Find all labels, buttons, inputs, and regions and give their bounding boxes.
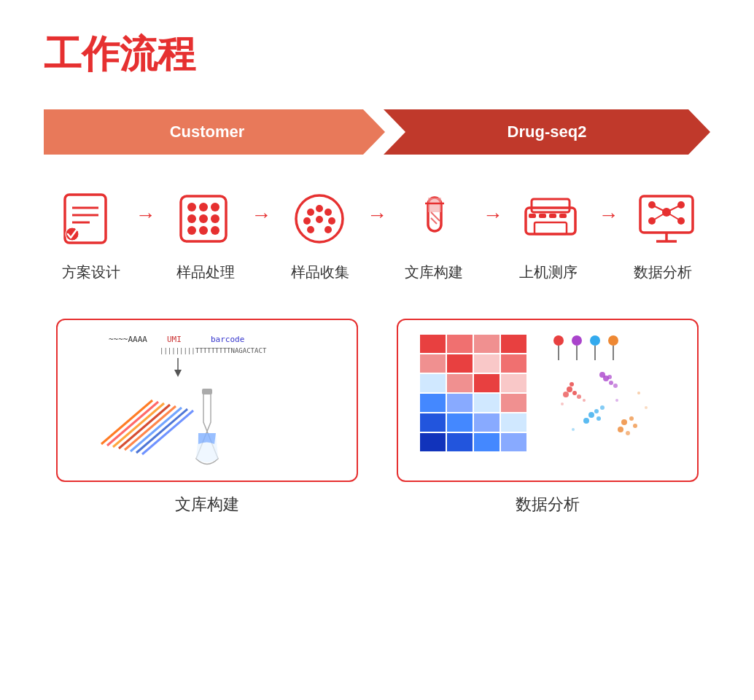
svg-point-99 [577,394,581,399]
icon-item-analysis [637,190,696,248]
svg-rect-63 [420,335,446,353]
step-label-sequencing: 上机测序 [516,262,581,282]
svg-point-115 [583,399,586,402]
svg-point-120 [645,406,648,409]
workflow-banner: Customer Drug-seq2 [44,109,710,155]
svg-rect-32 [559,214,567,218]
svg-point-87 [553,335,564,346]
sample-process-icon [174,190,233,248]
svg-text:~~~~AAAA: ~~~~AAAA [109,335,147,344]
svg-rect-84 [447,433,473,451]
library-card: ~~~~AAAA UMI barcode |||||||||TTTTTTTTTN… [56,319,358,482]
svg-rect-31 [535,222,567,234]
svg-point-13 [199,226,208,235]
svg-line-55 [107,402,158,446]
icon-item-plan [58,190,117,248]
svg-rect-25 [428,198,441,212]
svg-point-109 [600,405,605,410]
sequencing-icon [521,190,580,248]
svg-marker-53 [174,370,182,377]
step-label-plan: 方案设计 [58,262,124,282]
svg-point-116 [615,399,618,402]
arrow-4: → [483,203,503,227]
svg-point-112 [618,427,623,432]
svg-rect-66 [501,335,526,353]
icon-item-sample-process [174,190,233,248]
svg-line-57 [119,405,170,448]
svg-point-23 [324,226,332,233]
analysis-card [397,319,699,482]
svg-point-17 [316,205,323,212]
svg-point-18 [324,209,332,216]
svg-point-103 [607,375,612,379]
plan-icon [58,190,117,248]
svg-rect-71 [420,374,446,392]
svg-point-89 [572,335,582,346]
svg-rect-77 [474,394,500,412]
svg-line-47 [666,212,681,221]
svg-point-106 [594,409,599,413]
svg-line-28 [431,218,437,224]
svg-rect-74 [501,374,526,392]
svg-rect-73 [474,374,500,392]
svg-rect-64 [447,335,473,353]
svg-line-46 [652,212,666,221]
svg-point-97 [563,392,569,397]
svg-point-7 [199,203,208,211]
svg-point-20 [316,216,323,223]
icons-row: → → [44,190,710,248]
analysis-card-wrapper: 数据分析 [392,319,703,516]
svg-line-59 [131,408,182,451]
svg-point-93 [608,335,618,346]
icon-item-library [405,190,464,248]
arrow-5: → [599,203,619,227]
banner-drugseq: Drug-seq2 [384,109,710,155]
svg-text:barcode: barcode [211,335,244,344]
svg-rect-35 [529,214,536,218]
library-card-wrapper: ~~~~AAAA UMI barcode |||||||||TTTTTTTTTN… [51,319,362,516]
svg-rect-86 [501,433,526,451]
svg-rect-79 [420,413,446,432]
svg-rect-69 [474,354,500,373]
svg-rect-78 [501,394,526,412]
svg-line-58 [125,406,176,450]
svg-point-21 [328,217,335,225]
svg-point-117 [572,428,575,431]
svg-rect-83 [420,433,446,451]
svg-point-111 [629,416,634,421]
svg-line-56 [113,403,164,447]
step-label-sample-process: 样品处理 [173,262,238,282]
svg-rect-75 [420,394,446,412]
library-icon [405,190,464,248]
arrow-3: → [367,203,387,227]
banner-customer: Customer [44,109,385,155]
svg-rect-34 [539,214,546,218]
svg-point-101 [609,381,613,385]
svg-rect-65 [474,335,500,353]
svg-point-98 [570,382,574,386]
svg-point-105 [588,412,594,418]
step-label-library: 文库构建 [401,262,467,282]
steps-row: 方案设计 样品处理 样品收集 文库构建 上机测序 数据分析 [44,262,710,282]
svg-point-10 [199,214,208,223]
svg-point-118 [637,392,640,394]
svg-point-91 [590,335,600,346]
svg-point-113 [633,424,637,428]
svg-point-119 [561,402,564,405]
svg-point-114 [626,431,630,435]
svg-rect-85 [474,433,500,451]
svg-text:UMI: UMI [167,335,182,344]
step-label-sample-collect: 样品收集 [287,262,353,282]
svg-rect-70 [501,354,526,373]
svg-point-110 [621,419,627,425]
svg-point-8 [211,203,219,211]
svg-point-22 [307,226,314,233]
svg-point-12 [187,226,196,235]
library-card-label: 文库构建 [175,494,239,516]
svg-rect-72 [447,374,473,392]
svg-rect-68 [447,354,473,373]
svg-line-61 [142,411,193,454]
analysis-card-label: 数据分析 [516,494,580,516]
svg-point-19 [303,217,311,225]
svg-rect-82 [501,413,526,432]
